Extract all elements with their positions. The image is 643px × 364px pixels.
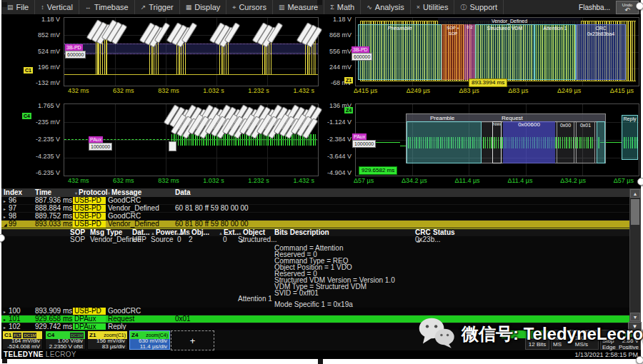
menu-item-trigger[interactable]: ↗Trigger (135, 0, 180, 14)
z1-time-cursor-label: 893.3994 ms (469, 79, 507, 87)
z4-x-axis: Δ57 µsΔ34.2 µsΔ11.4 µsΔ11.4 µsΔ34.2 µsΔ5… (349, 177, 638, 184)
c4-decode-box (169, 141, 176, 151)
expander-icon (4, 198, 9, 204)
z4-time-cursor-label: 929.6582 ms (359, 166, 397, 175)
z1-decoder-bitrate: 600000 (352, 53, 372, 61)
descriptor-z4[interactable]: Z4zoom(C4) 630 mV/div11.4 µs/div (129, 330, 170, 350)
grid-z1: 1.18 V 868 mV 556 mV 244 mV -68 mV Z1 Ve… (321, 16, 641, 97)
z4-seg-data1: 0x01 (576, 121, 595, 163)
expander-icon (4, 316, 9, 323)
math-icon: Σ (330, 4, 334, 11)
expander-icon (4, 213, 9, 220)
scroll-down-button[interactable]: ▼ (630, 313, 640, 321)
menu-item-support[interactable]: ⓘSupport (454, 0, 504, 14)
c4-x-axis: 432 ms632 ms832 ms1.032 s1.232 s1.432 s (64, 177, 319, 184)
c1-trace-marker[interactable]: C1 (24, 67, 33, 74)
c4-plot[interactable]: PAux 1000000 (64, 103, 319, 176)
selection-handle[interactable] (2, 358, 7, 363)
z1-x-axis: Δ415 µsΔ249 µsΔ83 µsΔ83 µsΔ249 µsΔ415 µs (349, 87, 638, 94)
scrollbar-thumb[interactable] (631, 199, 639, 225)
waveform-area: 1.18 V 852 mV 524 mV 196 mV -132 mV C1 (1, 14, 641, 188)
descriptor-partial[interactable] (502, 330, 549, 338)
c1-baseline (64, 74, 318, 75)
z4-plot[interactable]: Preamble Request NWri 0x00600 0x00 0x01 … (355, 103, 639, 176)
cursors-icon: ⌖ (232, 4, 236, 11)
menu-item-timebase[interactable]: ↔Timebase (79, 0, 135, 14)
menu-item-display[interactable]: ▦Display (180, 0, 227, 14)
filter-icon[interactable] (75, 191, 77, 196)
menu-item-utilities[interactable]: ×Utilities (411, 0, 455, 14)
protocol-badge: USB-PD (73, 213, 106, 220)
z1-seg-sop: SOP + SOP (442, 24, 464, 80)
timebase-summary[interactable]: 100 ms/div 100 MS100 MS/s (551, 330, 599, 350)
table-row[interactable]: 102 929.742 ms DPAux Reply (1, 323, 629, 330)
support-icon: ⓘ (460, 3, 467, 12)
z1-seg-preamble: Preamble (358, 24, 442, 80)
table-scrollbar[interactable]: ▲ ▼ (629, 188, 641, 322)
c4-trace-marker[interactable]: C4 (22, 113, 31, 119)
menu-item-math[interactable]: ΣMath (324, 0, 361, 14)
trigger-summary[interactable]: C2DC Stop2.86 V EdgePositive (600, 330, 641, 350)
descriptor-c4[interactable]: C4DC1M 1.00 V/div2.2350 V ofst (45, 330, 86, 350)
selection-handle[interactable] (637, 178, 643, 186)
descriptor-c1[interactable]: C1FLTDC1M 164 mV/div-524.008 mV (2, 330, 43, 350)
menu-item-cursors[interactable]: ⌖Cursors (226, 0, 273, 14)
z1-trace-marker[interactable]: Z1 (344, 77, 353, 84)
z4-y-axis: 136 mV -1.124 V -2.384 V -3.644 V -4.904… (322, 103, 353, 175)
scroll-up-button[interactable]: ▲ (630, 189, 640, 198)
table-row[interactable]: 100 893.909 ms USB-PD GoodCRC (1, 308, 629, 315)
table-row[interactable]: 97 888.884 ms USB-PD Vendor_Defined 60 8… (1, 205, 629, 213)
c1-y-axis: 1.18 V 852 mV 524 mV 196 mV -132 mV (21, 17, 61, 85)
footer-bar: TELEDYNE LECROY 1/13/2021 2:58:15 PM (1, 350, 641, 359)
c1-decoder-tag[interactable]: 3B-PD (65, 44, 83, 51)
undo-icon: ↶ (624, 7, 630, 13)
add-trace-button[interactable]: + (171, 330, 214, 350)
table-row[interactable]: 98 889.752 ms USB-PD GoodCRC (1, 213, 629, 221)
menu-item-vertical[interactable]: ↕Vertical (35, 0, 79, 14)
detail-value-row: SOP Vendor_Defined UFP Source 0 2 0 Stru… (1, 236, 629, 243)
z4-seg-preamble (407, 121, 482, 163)
c4-baseline (64, 139, 173, 140)
z4-decoder-tag[interactable]: PAux (352, 133, 367, 140)
c4-decoder-bitrate: 1000000 (89, 143, 112, 151)
z4-seg-preamble-label: Preamble (430, 115, 454, 121)
selection-handle[interactable] (317, 0, 322, 5)
z4-trace-marker[interactable]: Z4 (344, 107, 353, 113)
descriptor-z1[interactable]: Z1zoom(C1) 156 mV/div83 µs/div (87, 330, 128, 350)
table-row[interactable]: 96 887.936 ms USB-PD GoodCRC (1, 197, 629, 205)
c4-decoder-tag[interactable]: PAux (89, 136, 103, 143)
z4-seg-nwri: NWri (492, 121, 502, 163)
adc-bits-indicator[interactable]: 12 Bits (525, 338, 549, 350)
z1-plot[interactable]: Vendor_Defined Preamble SOP + SOP 0 2 St… (355, 17, 639, 86)
protocol-badge: USB-PD (73, 197, 106, 204)
teledyne-lecroy-logo: TELEDYNE LECROY (4, 350, 76, 358)
analysis-icon: ∿ (367, 4, 372, 11)
selection-handle[interactable] (636, 356, 643, 364)
grid-z4: 136 mV -1.124 V -2.384 V -3.644 V -4.904… (321, 98, 641, 188)
protocol-badge: DPAux (73, 323, 106, 330)
z1-seg-attention: Attention 1 (534, 24, 576, 80)
z4-decoder-bitrate: 1000000 (352, 140, 376, 148)
menu-item-analysis[interactable]: ∿Analysis (361, 0, 411, 14)
z4-packet-frame: Preamble Request NWri 0x00600 0x00 0x01 (406, 113, 606, 163)
selection-handle[interactable] (2, 2, 7, 7)
expander-icon (4, 221, 9, 228)
selection-handle[interactable] (636, 2, 643, 10)
table-header: Index Time Protocol Message Data (1, 188, 629, 197)
trigger-icon: ↗ (141, 4, 146, 11)
expander-icon (4, 206, 9, 212)
z1-y-axis: 1.18 V 868 mV 556 mV 244 mV -68 mV (322, 17, 353, 85)
file-icon: ▤ (7, 4, 14, 11)
filter-icon[interactable] (108, 191, 110, 196)
undo-button[interactable]: Undo ↶ (616, 1, 639, 14)
detail-object2: Attention 1 (238, 295, 272, 302)
c1-x-axis: 432 ms632 ms832 ms1.032 s1.232 s1.432 s (64, 87, 319, 94)
c1-plot[interactable]: 3B-PD 600000 (64, 17, 319, 86)
protocol-decode-table: Index Time Protocol Message Data 96 887.… (1, 188, 629, 330)
table-row-selected-green[interactable]: 101 929.658 ms DPAux Request 0x01 (1, 315, 629, 323)
z1-decoder-tag[interactable]: 3B-PD (352, 46, 369, 53)
selection-handle[interactable] (318, 359, 323, 364)
protocol-badge: USB-PD (73, 221, 106, 228)
c4-burst (171, 134, 317, 146)
table-row-selected[interactable]: 99 893.033 ms USB-PD Vendor_Defined 60 8… (1, 221, 629, 228)
